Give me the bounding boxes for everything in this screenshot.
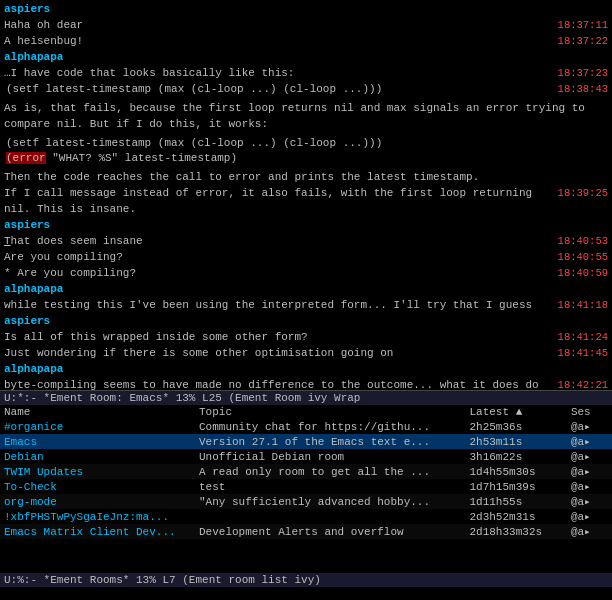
room-latest-cell: 2d18h33m32s bbox=[465, 524, 566, 539]
room-topic-cell: "Any sufficiently advanced hobby... bbox=[195, 494, 465, 509]
room-latest-cell: 2d3h52m31s bbox=[465, 509, 566, 524]
timestamp: 18:38:43 bbox=[558, 82, 608, 97]
table-row[interactable]: DebianUnofficial Debian room3h16m22s@a▸ bbox=[0, 449, 612, 464]
room-table-body: #organiceCommunity chat for https://gith… bbox=[0, 419, 612, 539]
message-text: That does seem insane bbox=[4, 234, 550, 250]
message-text: If I call message instead of error, it a… bbox=[4, 186, 550, 218]
room-name-link[interactable]: Emacs bbox=[4, 436, 37, 448]
timestamp: 18:42:21 bbox=[558, 378, 608, 390]
username-block: alphapapa bbox=[4, 282, 608, 298]
table-row[interactable]: TWIM UpdatesA read only room to get all … bbox=[0, 464, 612, 479]
room-latest-cell: 1d4h55m30s bbox=[465, 464, 566, 479]
table-row[interactable]: Emacs Matrix Client Dev...Development Al… bbox=[0, 524, 612, 539]
table-row[interactable]: To-Checktest1d7h15m39s@a▸ bbox=[0, 479, 612, 494]
timestamp: 18:37:22 bbox=[558, 34, 608, 49]
username: aspiers bbox=[4, 315, 50, 327]
chat-message: As is, that fails, because the first loo… bbox=[4, 101, 608, 133]
timestamp: 18:37:23 bbox=[558, 66, 608, 81]
chat-message: Haha oh dear 18:37:11 bbox=[4, 18, 608, 34]
message-text: Then the code reaches the call to error … bbox=[4, 171, 479, 183]
room-topic-cell: Development Alerts and overflow bbox=[195, 524, 465, 539]
table-header: Name Topic Latest ▲ Ses bbox=[0, 405, 612, 419]
room-topic-cell: Version 27.1 of the Emacs text e... bbox=[195, 434, 465, 449]
table-row[interactable]: #organiceCommunity chat for https://gith… bbox=[0, 419, 612, 434]
room-ses-cell: @a▸ bbox=[567, 434, 612, 449]
room-name-cell[interactable]: Emacs Matrix Client Dev... bbox=[0, 524, 195, 539]
table-row[interactable]: EmacsVersion 27.1 of the Emacs text e...… bbox=[0, 434, 612, 449]
timestamp: 18:39:25 bbox=[558, 186, 608, 201]
chat-message: If I call message instead of error, it a… bbox=[4, 186, 608, 218]
room-topic-cell bbox=[195, 509, 465, 524]
chat-message: Then the code reaches the call to error … bbox=[4, 170, 608, 186]
room-name-link[interactable]: TWIM Updates bbox=[4, 466, 83, 478]
username-block: alphapapa bbox=[4, 362, 608, 378]
chat-message: That does seem insane 18:40:53 bbox=[4, 234, 608, 250]
col-header-topic: Topic bbox=[195, 405, 465, 419]
timestamp: 18:37:11 bbox=[558, 18, 608, 33]
username: alphapapa bbox=[4, 283, 63, 295]
username: alphapapa bbox=[4, 363, 63, 375]
table-row[interactable]: org-mode"Any sufficiently advanced hobby… bbox=[0, 494, 612, 509]
message-text: …I have code that looks basically like t… bbox=[4, 66, 550, 82]
room-name-link[interactable]: #organice bbox=[4, 421, 63, 433]
message-text: Are you compiling? bbox=[4, 250, 550, 266]
message-text: As is, that fails, because the first loo… bbox=[4, 102, 585, 130]
timestamp: 18:40:59 bbox=[558, 266, 608, 281]
room-name-cell[interactable]: To-Check bbox=[0, 479, 195, 494]
bottom-status-bar: U:%:- *Ement Rooms* 13% L7 (Ement room l… bbox=[0, 573, 612, 587]
top-status-bar: U:*:- *Ement Room: Emacs* 13% L25 (Ement… bbox=[0, 390, 612, 405]
code-line: (setf latest-timestamp (max (cl-loop ...… bbox=[4, 136, 608, 152]
room-topic-cell: Unofficial Debian room bbox=[195, 449, 465, 464]
room-topic-cell: test bbox=[195, 479, 465, 494]
room-ses-cell: @a▸ bbox=[567, 494, 612, 509]
code-line-error: (error "WHAT? %S" latest-timestamp) bbox=[4, 151, 608, 167]
room-ses-cell: @a▸ bbox=[567, 464, 612, 479]
timestamp: 18:41:24 bbox=[558, 330, 608, 345]
username: alphapapa bbox=[4, 51, 63, 63]
room-latest-cell: 1d7h15m39s bbox=[465, 479, 566, 494]
room-topic-cell: Community chat for https://githu... bbox=[195, 419, 465, 434]
room-name-link[interactable]: To-Check bbox=[4, 481, 57, 493]
room-name-cell[interactable]: Emacs bbox=[0, 434, 195, 449]
room-name-link[interactable]: Emacs Matrix Client Dev... bbox=[4, 526, 176, 538]
room-latest-cell: 1d11h55s bbox=[465, 494, 566, 509]
timestamp: 18:41:18 bbox=[558, 298, 608, 313]
username: aspiers bbox=[4, 3, 50, 15]
room-name-link[interactable]: org-mode bbox=[4, 496, 57, 508]
username-block: aspiers bbox=[4, 2, 608, 18]
room-ses-cell: @a▸ bbox=[567, 524, 612, 539]
message-text: Haha oh dear bbox=[4, 18, 550, 34]
chat-message: …I have code that looks basically like t… bbox=[4, 66, 608, 82]
username: aspiers bbox=[4, 219, 50, 231]
chat-message: * Are you compiling? 18:40:59 bbox=[4, 266, 608, 282]
message-text: A heisenbug! bbox=[4, 34, 550, 50]
username-block: alphapapa bbox=[4, 50, 608, 66]
room-latest-cell: 2h25m36s bbox=[465, 419, 566, 434]
room-name-cell[interactable]: TWIM Updates bbox=[0, 464, 195, 479]
table-row[interactable]: !xbfPHSTwPySgaIeJnz:ma...2d3h52m31s@a▸ bbox=[0, 509, 612, 524]
col-header-latest[interactable]: Latest ▲ bbox=[465, 405, 566, 419]
timestamp: 18:41:45 bbox=[558, 346, 608, 361]
chat-message: Is all of this wrapped inside some other… bbox=[4, 330, 608, 346]
bottom-status-text: U:%:- *Ement Rooms* 13% L7 (Ement room l… bbox=[4, 574, 321, 586]
timestamp: 18:40:55 bbox=[558, 250, 608, 265]
room-name-cell[interactable]: Debian bbox=[0, 449, 195, 464]
chat-message: A heisenbug! 18:37:22 bbox=[4, 34, 608, 50]
chat-area: aspiers Haha oh dear 18:37:11 A heisenbu… bbox=[0, 0, 612, 390]
room-topic-cell: A read only room to get all the ... bbox=[195, 464, 465, 479]
room-name-cell[interactable]: #organice bbox=[0, 419, 195, 434]
room-latest-cell: 3h16m22s bbox=[465, 449, 566, 464]
room-ses-cell: @a▸ bbox=[567, 449, 612, 464]
message-text: Just wondering if there is some other op… bbox=[4, 346, 550, 362]
room-name-link[interactable]: Debian bbox=[4, 451, 44, 463]
username-block: aspiers bbox=[4, 218, 608, 234]
message-text: byte-compiling seems to have made no dif… bbox=[4, 378, 550, 390]
room-name-link[interactable]: !xbfPHSTwPySgaIeJnz:ma... bbox=[4, 511, 169, 523]
status-bar-text: U:*:- *Ement Room: Emacs* 13% L25 (Ement… bbox=[4, 392, 360, 404]
room-list-panel[interactable]: Name Topic Latest ▲ Ses #organiceCommuni… bbox=[0, 405, 612, 573]
code-text: (setf latest-timestamp (max (cl-loop ...… bbox=[4, 82, 550, 98]
message-text: Is all of this wrapped inside some other… bbox=[4, 330, 550, 346]
chat-message: Just wondering if there is some other op… bbox=[4, 346, 608, 362]
room-name-cell[interactable]: !xbfPHSTwPySgaIeJnz:ma... bbox=[0, 509, 195, 524]
room-name-cell[interactable]: org-mode bbox=[0, 494, 195, 509]
